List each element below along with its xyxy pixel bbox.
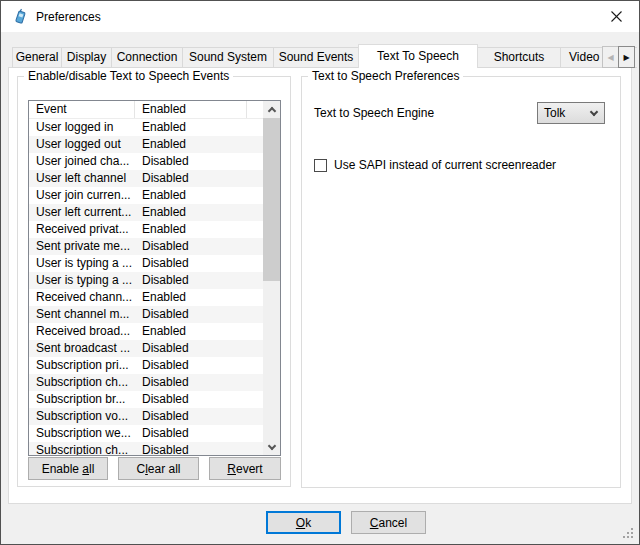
tab-scroll-left-icon: ◀ [607,53,613,62]
status-cell: Enabled [135,136,186,153]
clear-all-button[interactable]: Clear all [118,457,199,480]
table-row[interactable]: User logged out Enabled [29,136,263,153]
sapi-checkbox-label[interactable]: Use SAPI instead of current screenreader [334,158,556,172]
events-groupbox-title: Enable/disable Text to Speech Events [24,69,233,83]
tab-text-to-speech[interactable]: Text To Speech [358,44,478,68]
event-list-buttons: Enable all Clear all Revert [28,457,281,480]
table-row[interactable]: User left channel Disabled [29,170,263,187]
tab-scroll-arrows: ◀ ▶ [602,46,635,68]
event-cell: User is typing a ... [29,255,135,272]
window-title: Preferences [36,10,101,24]
event-list: Event Enabled User logged in Enabled Use… [28,100,281,456]
engine-label: Text to Speech Engine [314,106,434,120]
status-cell: Enabled [135,289,186,306]
tab-bar: GeneralDisplayConnectionSound SystemSoun… [12,44,637,68]
sapi-row: Use SAPI instead of current screenreader [314,158,556,172]
enable-all-button[interactable]: Enable all [28,457,108,480]
table-row[interactable]: Subscription we... Disabled [29,425,263,442]
event-cell: Sent channel m... [29,306,135,323]
status-cell: Disabled [135,340,189,357]
event-cell: Subscription br... [29,391,135,408]
tab-scroll-left-button[interactable]: ◀ [602,46,619,68]
engine-combobox-value: Tolk [544,103,565,123]
table-row[interactable]: Sent broadcast ... Disabled [29,340,263,357]
table-row[interactable]: User left current... Enabled [29,204,263,221]
table-row[interactable]: User is typing a ... Disabled [29,255,263,272]
event-cell: Subscription vo... [29,408,135,425]
event-list-scrollbar[interactable] [263,101,280,455]
status-cell: Enabled [135,187,186,204]
event-cell: User logged out [29,136,135,153]
tab-page: Enable/disable Text to Speech Events Eve… [8,67,632,504]
tab-scroll-right-button[interactable]: ▶ [618,46,635,68]
tab-general[interactable]: General [12,47,62,68]
status-cell: Enabled [135,221,186,238]
event-cell: Received privat... [29,221,135,238]
scrollbar-down-button[interactable] [263,438,280,455]
ok-button[interactable]: Ok [266,511,341,534]
event-cell: Sent private me... [29,238,135,255]
status-cell: Disabled [135,238,189,255]
status-cell: Disabled [135,272,189,289]
resize-grip[interactable] [623,528,635,540]
status-cell: Enabled [135,323,186,340]
scrollbar-thumb[interactable] [263,118,280,281]
event-cell: Subscription we... [29,425,135,442]
table-row[interactable]: User joined cha... Disabled [29,153,263,170]
close-button[interactable] [593,1,639,31]
tab-scroll-right-icon: ▶ [623,53,629,62]
tab-display[interactable]: Display [61,47,112,68]
scrollbar-up-button[interactable] [263,101,280,118]
revert-button[interactable]: Revert [209,457,281,480]
tab-sound-system[interactable]: Sound System [182,47,274,68]
status-cell: Disabled [135,391,189,408]
cancel-button[interactable]: Cancel [351,511,426,534]
table-row[interactable]: Received chann... Enabled [29,289,263,306]
column-header-event[interactable]: Event [29,101,135,118]
engine-row: Text to Speech Engine Tolk [314,102,605,124]
event-cell: User joined cha... [29,153,135,170]
event-cell: Subscription ch... [29,374,135,391]
engine-combobox[interactable]: Tolk [537,102,605,124]
table-row[interactable]: User is typing a ... Disabled [29,272,263,289]
events-groupbox: Enable/disable Text to Speech Events Eve… [17,76,291,487]
table-row[interactable]: User logged in Enabled [29,119,263,136]
event-cell: Subscription ch... [29,442,135,455]
close-icon [611,11,622,22]
event-cell: User is typing a ... [29,272,135,289]
event-list-rows: User logged in Enabled User logged out E… [29,119,263,455]
event-cell: Subscription pri... [29,357,135,374]
event-cell: Received broad... [29,323,135,340]
preferences-dialog: Preferences GeneralDisplayConnectionSoun… [0,0,640,545]
tts-groupbox: Text to Speech Preferences Text to Speec… [301,76,621,488]
status-cell: Disabled [135,153,189,170]
sapi-checkbox[interactable] [314,159,327,172]
tab-sound-events[interactable]: Sound Events [273,47,359,68]
event-cell: User left current... [29,204,135,221]
tab-shortcuts[interactable]: Shortcuts [477,47,561,68]
chevron-down-icon [590,108,598,116]
table-row[interactable]: Subscription ch... Disabled [29,374,263,391]
tts-groupbox-title: Text to Speech Preferences [308,69,463,83]
table-row[interactable]: Sent private me... Disabled [29,238,263,255]
table-row[interactable]: Subscription pri... Disabled [29,357,263,374]
status-cell: Disabled [135,374,189,391]
table-row[interactable]: Received privat... Enabled [29,221,263,238]
status-cell: Disabled [135,357,189,374]
status-cell: Disabled [135,408,189,425]
table-row[interactable]: Subscription vo... Disabled [29,408,263,425]
app-icon [12,8,29,25]
table-row[interactable]: Subscription ch... Disabled [29,442,263,455]
title-bar: Preferences [1,1,639,32]
event-cell: User logged in [29,119,135,136]
tab-connection[interactable]: Connection [111,47,183,68]
event-list-header: Event Enabled [29,101,263,119]
table-row[interactable]: Sent channel m... Disabled [29,306,263,323]
status-cell: Enabled [135,119,186,136]
table-row[interactable]: Received broad... Enabled [29,323,263,340]
table-row[interactable]: Subscription br... Disabled [29,391,263,408]
status-cell: Disabled [135,425,189,442]
table-row[interactable]: User join curren... Enabled [29,187,263,204]
column-header-enabled[interactable]: Enabled [135,101,247,118]
event-cell: User left channel [29,170,135,187]
